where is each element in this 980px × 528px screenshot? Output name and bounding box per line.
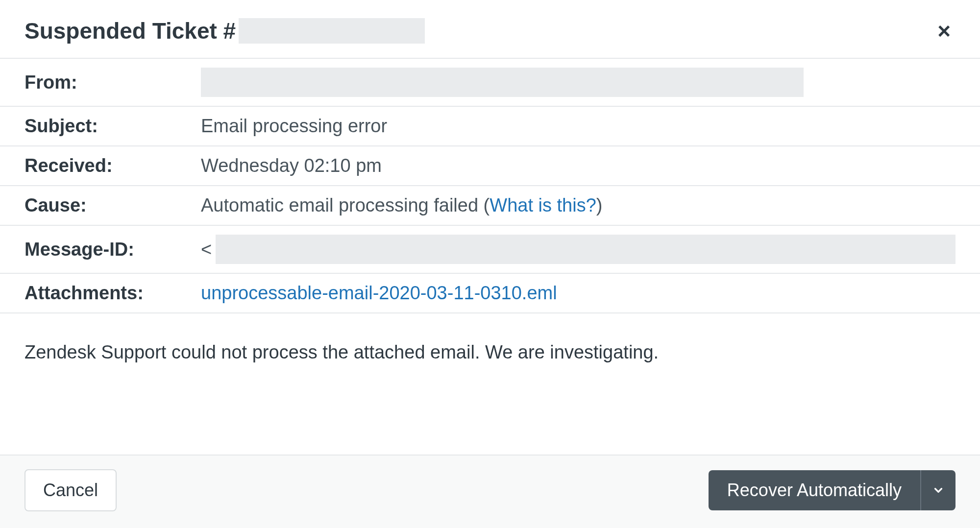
body-message: Zendesk Support could not process the at… bbox=[0, 313, 980, 455]
value-received: Wednesday 02:10 pm bbox=[201, 155, 956, 176]
message-id-redacted bbox=[216, 235, 956, 264]
row-message-id: Message-ID: < bbox=[0, 226, 980, 274]
attachment-link[interactable]: unprocessable-email-2020-03-11-0310.eml bbox=[201, 283, 557, 304]
detail-list: From: Subject: Email processing error Re… bbox=[0, 58, 980, 313]
cause-text-prefix: Automatic email processing failed ( bbox=[201, 195, 490, 216]
what-is-this-link[interactable]: What is this? bbox=[490, 195, 596, 216]
message-id-prefix: < bbox=[201, 239, 212, 260]
row-attachments: Attachments: unprocessable-email-2020-03… bbox=[0, 274, 980, 313]
label-subject: Subject: bbox=[24, 116, 201, 137]
modal-footer: Cancel Recover Automatically bbox=[0, 455, 980, 528]
value-from bbox=[201, 68, 956, 97]
recover-dropdown-button[interactable] bbox=[920, 470, 956, 510]
cause-text-suffix: ) bbox=[596, 195, 603, 216]
value-subject: Email processing error bbox=[201, 116, 956, 137]
title-prefix: Suspended Ticket # bbox=[24, 18, 236, 44]
value-attachments: unprocessable-email-2020-03-11-0310.eml bbox=[201, 283, 956, 304]
from-redacted bbox=[201, 68, 804, 97]
row-subject: Subject: Email processing error bbox=[0, 107, 980, 146]
modal-header: Suspended Ticket # × bbox=[0, 0, 980, 58]
close-icon: × bbox=[937, 18, 951, 44]
row-from: From: bbox=[0, 59, 980, 107]
suspended-ticket-modal: Suspended Ticket # × From: Subject: Emai… bbox=[0, 0, 980, 528]
label-message-id: Message-ID: bbox=[24, 239, 201, 260]
modal-title: Suspended Ticket # bbox=[24, 18, 425, 44]
recover-automatically-button[interactable]: Recover Automatically bbox=[709, 470, 920, 510]
value-cause: Automatic email processing failed (What … bbox=[201, 195, 956, 216]
value-message-id: < bbox=[201, 235, 956, 264]
label-received: Received: bbox=[24, 155, 201, 176]
recover-button-group: Recover Automatically bbox=[709, 470, 956, 510]
cancel-button[interactable]: Cancel bbox=[24, 469, 117, 511]
label-attachments: Attachments: bbox=[24, 283, 201, 304]
chevron-down-icon bbox=[932, 484, 945, 497]
ticket-number-redacted bbox=[239, 18, 425, 44]
close-button[interactable]: × bbox=[932, 18, 956, 44]
row-received: Received: Wednesday 02:10 pm bbox=[0, 146, 980, 186]
row-cause: Cause: Automatic email processing failed… bbox=[0, 186, 980, 226]
label-cause: Cause: bbox=[24, 195, 201, 216]
label-from: From: bbox=[24, 72, 201, 93]
